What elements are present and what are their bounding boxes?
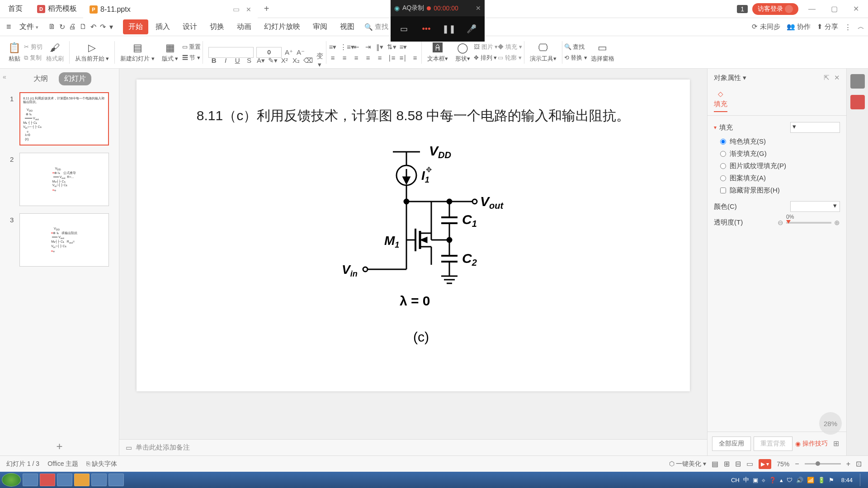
menu-more-icon[interactable]: ⋮ (844, 23, 851, 31)
align-left-icon[interactable]: ≡ (328, 54, 337, 61)
super-icon[interactable]: X² (280, 56, 289, 64)
tab-view[interactable]: 视图 (335, 19, 360, 34)
float-badge[interactable]: 28% (819, 412, 842, 435)
ind2-icon[interactable]: ≡∣ (399, 54, 408, 62)
arrange-button[interactable]: ✥ 排列 ▾ (474, 54, 498, 62)
tab-insert[interactable]: 插入 (150, 19, 175, 34)
numbering-icon[interactable]: ⋮≡▾ (340, 43, 349, 51)
indent-inc-icon[interactable]: ⇥ (363, 43, 373, 51)
align-v-icon[interactable]: ≡▾ (399, 43, 408, 51)
pin-icon[interactable]: ⇱ (824, 74, 830, 82)
check-hide-bg[interactable]: 隐藏背景图形(H) (720, 186, 840, 195)
tab-start[interactable]: 开始 (123, 19, 148, 34)
cut-button[interactable]: ✂ 剪切 (24, 43, 42, 51)
clock[interactable]: 8:44 (838, 477, 856, 483)
underline-icon[interactable]: U (233, 56, 242, 64)
collapse-ribbon-icon[interactable]: ︿ (858, 23, 864, 31)
lang-indicator[interactable]: CH (731, 477, 740, 483)
zoom-out-icon[interactable]: − (795, 460, 799, 468)
task-3[interactable] (57, 474, 72, 486)
thumb-2[interactable]: VDD━⊕ I₁ 公式推导 ━━━ Vout R=...M₁┤├ C₁Vin○┤… (19, 153, 109, 206)
zoom-slider[interactable] (805, 463, 841, 465)
qat-more-icon[interactable]: ▾ (109, 23, 113, 31)
fill-button[interactable]: ◆ 填充 ▾ (498, 43, 522, 51)
radio-gradient[interactable]: 渐变填充(G) (720, 150, 840, 158)
text-dir-icon[interactable]: ⇅▾ (387, 43, 396, 51)
transparency-slider[interactable] (786, 222, 831, 224)
reset-button[interactable]: ▭ 重置 (182, 43, 201, 51)
tray-shield-icon[interactable]: 🛡 (787, 477, 793, 483)
share-button[interactable]: ⬆ 分享 (817, 23, 838, 31)
beautify-button[interactable]: ⬡ 一键美化 ▾ (669, 460, 707, 468)
align-center-icon[interactable]: ≡ (340, 54, 349, 61)
start-button[interactable] (2, 473, 21, 487)
trans-dec[interactable]: ⊖ (778, 219, 783, 227)
tab-template[interactable]: D 稻壳模板 (31, 0, 83, 18)
tools-button[interactable]: 🖵 演示工具▾ (526, 36, 560, 68)
login-button[interactable]: 访客登录 (752, 3, 798, 15)
slide[interactable]: 8.11（c）利用反馈技术，计算图 8.58 中每一个电路的输入和输出阻抗。 (137, 80, 690, 391)
sub-icon[interactable]: X₂ (292, 56, 301, 65)
highlight-icon[interactable]: ✎▾ (268, 56, 277, 65)
new-slide-button[interactable]: ▤ 新建幻灯片 ▾ (117, 36, 158, 68)
apply-all-button[interactable]: 全部应用 (712, 436, 751, 451)
tray-arrow-icon[interactable]: ▴ (780, 477, 783, 483)
fill-preview[interactable]: ▾ (790, 122, 840, 133)
tray-1-icon[interactable]: ▣ (753, 477, 758, 483)
file-menu[interactable]: 文件 ▾ (16, 22, 42, 32)
task-4[interactable] (74, 474, 90, 486)
color-picker[interactable]: ▾ (790, 201, 840, 212)
tab-transition[interactable]: 切换 (204, 19, 230, 34)
rec-screen-icon[interactable]: ▭ (398, 23, 410, 35)
tab-document[interactable]: P 8-11.pptx ▭ ✕ (83, 0, 258, 18)
section-button[interactable]: ☰ 节 ▾ (182, 54, 201, 62)
view-reading-icon[interactable]: ▭ (746, 460, 753, 468)
select-pane-button[interactable]: ▭ 选择窗格 (587, 36, 618, 68)
tab-review[interactable]: 审阅 (307, 19, 333, 34)
format-painter[interactable]: 🖌 格式刷 (42, 36, 67, 68)
tray-vol-icon[interactable]: 🔊 (796, 477, 803, 483)
font-color-icon[interactable]: A▾ (256, 56, 265, 65)
copy-button[interactable]: ⧉ 复制 (24, 54, 42, 62)
task-5[interactable] (91, 474, 107, 486)
redo-icon[interactable]: ↷ (100, 23, 106, 31)
reset-bg-button[interactable]: 重置背景 (754, 436, 793, 451)
strike-icon[interactable]: S (245, 56, 254, 64)
tab-design[interactable]: 设计 (177, 19, 203, 34)
thumb-1[interactable]: 8.11 (c) 利用反馈技术，计算图8.58中每一个电路的输入和输出阻抗。 V… (19, 92, 109, 145)
radio-solid[interactable]: 纯色填充(S) (720, 137, 840, 146)
search-box[interactable]: 🔍 查找 (364, 23, 388, 31)
save-icon[interactable]: 🗎 (48, 23, 56, 31)
add-tab-button[interactable]: + (258, 4, 276, 14)
tab-outline[interactable]: 大纲 (28, 72, 53, 85)
print-icon[interactable]: ↻ (59, 23, 65, 31)
notification-badge[interactable]: 1 (737, 5, 748, 13)
missing-font[interactable]: ⎘ 缺失字体 (86, 460, 117, 468)
tab-home[interactable]: 首页 (0, 0, 31, 18)
tab-slideshow[interactable]: 幻灯片放映 (259, 19, 306, 34)
preview-icon[interactable]: 🗋 (80, 23, 87, 31)
panel-close-icon[interactable]: ✕ (834, 74, 840, 82)
char-icon[interactable]: 变▾ (315, 52, 324, 69)
align-justify-icon[interactable]: ≡ (363, 54, 373, 61)
italic-icon[interactable]: I (221, 56, 230, 64)
line-space-icon[interactable]: ‖▾ (375, 43, 384, 51)
collapse-sidebar-icon[interactable]: « (3, 73, 6, 80)
print2-icon[interactable]: 🖨 (69, 23, 76, 31)
slideshow-button[interactable]: ▶ ▾ (759, 459, 771, 469)
replace-button[interactable]: ⟲ 替换 ▾ (564, 54, 587, 62)
clear-format-icon[interactable]: ⌫ (303, 56, 312, 65)
tray-net-icon[interactable]: 📶 (807, 477, 814, 483)
view-normal-icon[interactable]: ▤ (712, 460, 718, 468)
section-arrow-icon[interactable]: ▾ (714, 124, 717, 131)
tab-slides[interactable]: 幻灯片 (59, 72, 91, 85)
tips-link[interactable]: ◉操作技巧 (795, 436, 828, 451)
maximize-icon[interactable]: ▢ (826, 2, 843, 16)
rec-mic-icon[interactable]: 🎤 (466, 23, 477, 35)
restore-icon[interactable]: ▭ (233, 5, 240, 14)
unsync-button[interactable]: ⟳ 未同步 (752, 23, 780, 31)
task-1[interactable] (23, 474, 38, 486)
paste-group[interactable]: 📋 粘贴 (5, 36, 24, 68)
task-2[interactable] (40, 474, 55, 486)
align-right-icon[interactable]: ≡ (352, 54, 361, 61)
